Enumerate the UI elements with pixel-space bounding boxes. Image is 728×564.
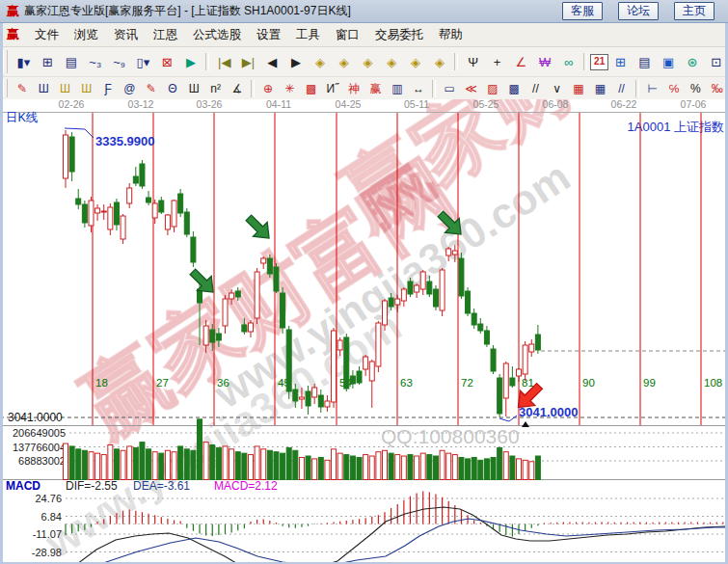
low-price-label[interactable]: 3041.0000 [519,405,578,419]
candle-body [229,293,234,299]
menu-item-8[interactable]: 窗口 [328,25,367,45]
spiral-tool-button[interactable]: @ [119,78,140,98]
candle-style-button[interactable]: ▯▾ [131,51,155,73]
toolbar-grip [3,79,8,96]
volume-bar [452,455,457,480]
menu-item-1[interactable]: 文件 [27,25,67,45]
menu-item-10[interactable]: 帮助 [431,25,471,45]
candle-body [235,291,240,297]
next-bar-button[interactable]: ▶ [284,51,309,73]
gann-number: 27 [156,377,169,389]
memo-button[interactable]: ▤ [633,51,657,73]
ying-tool-button[interactable]: 赢 [364,78,386,98]
parallel-tool-button[interactable]: // [610,78,632,98]
price-scale-button[interactable]: ⊢ [642,78,663,98]
kline-style-button[interactable]: ▮▾ [12,51,36,73]
ruler-plain-button[interactable]: Ш [183,78,204,98]
volume-bar [235,452,240,480]
kk-tool-button[interactable]: И˝ [322,78,343,98]
width-measure-button[interactable]: ↔ [408,78,429,98]
drag-hand-button[interactable]: Ψ [461,51,485,73]
angle-tool-button[interactable]: ∠ [509,51,533,73]
indicator-flag-icon[interactable]: ▶ [179,51,203,73]
gann-diamond-left2-button[interactable]: ◈ [380,51,404,73]
gann-diamond-up-button[interactable]: ◈ [404,51,428,73]
candle-body [389,298,393,307]
box-tool-button[interactable]: ▭ [439,78,460,98]
volume-bar [427,455,432,480]
last-bar-button[interactable]: ▶| [236,51,260,73]
gann-diamond-right-button[interactable]: ◈ [332,51,356,73]
date-label: 07-06 [681,99,707,110]
minute-9-chart-icon[interactable]: ~₉ [107,51,131,73]
first-bar-button[interactable]: |◀ [212,51,236,73]
grid-tool-button[interactable]: ▦ [568,78,589,98]
chart-area[interactable]: 赢家财富网赢家财富网www.yingjia360.comwww.yingjia3… [0,99,728,564]
candle-body [383,301,388,325]
forum-button[interactable]: 论坛 [618,2,659,20]
prev-bar-button[interactable]: ◀ [260,51,284,73]
v-tool-button[interactable]: ∨ [547,78,568,98]
crosshair-button[interactable]: + [485,51,509,73]
percent-retrace-button[interactable]: ‰ [707,78,728,98]
volume-bar [478,460,483,479]
menu-item-4[interactable]: 江恩 [146,25,185,45]
gann-tool-button[interactable]: ₩ [533,51,557,73]
date-label: 03-26 [197,99,223,110]
candle-body [491,349,496,371]
speed-fan-button[interactable]: ≪ [460,78,481,98]
candle-body [127,188,132,203]
menu-item-2[interactable]: 浏览 [67,25,106,45]
volume-bar [165,450,170,479]
market-window-icon[interactable]: ⊞ [36,51,60,73]
gann-diamond-left-button[interactable]: ◈ [309,51,333,73]
candle-body [293,389,298,401]
target-grid-button[interactable]: ▩ [300,78,321,98]
grid2-tool-button[interactable]: ▦ [589,78,610,98]
peak-price-label[interactable]: 3335.9900 [95,134,154,148]
time-cycle-button[interactable]: Θ [162,78,183,98]
gann-box-button[interactable]: ▨ [482,78,503,98]
date-label: 05-11 [404,99,429,110]
menu-item-7[interactable]: 工具 [288,25,328,45]
draw-brush-button[interactable]: ✎ [12,78,33,98]
pattern-search-icon[interactable]: ⊠ [155,51,179,73]
kline-chart-svg[interactable]: 赢家财富网赢家财富网www.yingjia360.comwww.yingjia3… [0,99,728,564]
minute-3-chart-icon[interactable]: ~₃ [83,51,107,73]
target-cross-button[interactable]: ⊕ [257,78,279,98]
volume-bar [395,455,400,480]
calculator-button[interactable]: ⊞ [608,51,633,73]
menu-item-9[interactable]: 交易委托 [367,25,431,45]
n-square-button[interactable]: n² [204,78,226,98]
volume-bar [440,450,445,479]
f10-info-icon[interactable]: ▤ [60,51,84,73]
protractor-button[interactable]: ∡ [227,78,248,98]
gann-diamond-down-button[interactable]: ◈ [428,51,452,73]
service-button[interactable]: 客服 [562,2,603,20]
time-ruler-button[interactable]: Ш [33,78,54,98]
measure-123-button[interactable]: ▥ [387,78,408,98]
net-update-button[interactable]: ⊛ [680,51,704,73]
menu-item-5[interactable]: 公式选股 [185,25,249,45]
calendar-button[interactable]: 21 [590,54,608,70]
trend-line-button[interactable]: // [525,78,546,98]
gold-ratio-button[interactable]: Ш [54,78,75,98]
date-label: 03-12 [128,99,154,110]
menu-item-3[interactable]: 资讯 [106,25,146,45]
save-button[interactable]: ▣ [657,51,681,73]
wave-tool-button[interactable]: ∞ [556,51,580,73]
draw-brush2-button[interactable]: ✎ [141,78,162,98]
percent-zone-button[interactable]: ℅ [663,78,685,98]
target-star-button[interactable]: ✳ [279,78,300,98]
remote-pc-button[interactable]: ⊡ [704,51,728,73]
gann-diamond-expand-button[interactable]: ◈ [356,51,380,73]
menu-item-6[interactable]: 设置 [249,25,288,45]
home-button[interactable]: 主页 [674,2,715,20]
volume-bar [89,452,94,480]
shen-tool-button[interactable]: 神 [343,78,364,98]
gann-grid-button[interactable]: ▩ [503,78,525,98]
fib-ruler-button[interactable]: Ƒ [97,78,119,98]
gold-ratio2-button[interactable]: Ш [76,78,97,98]
candle-body [274,267,279,291]
percent-button[interactable]: % [685,78,706,98]
